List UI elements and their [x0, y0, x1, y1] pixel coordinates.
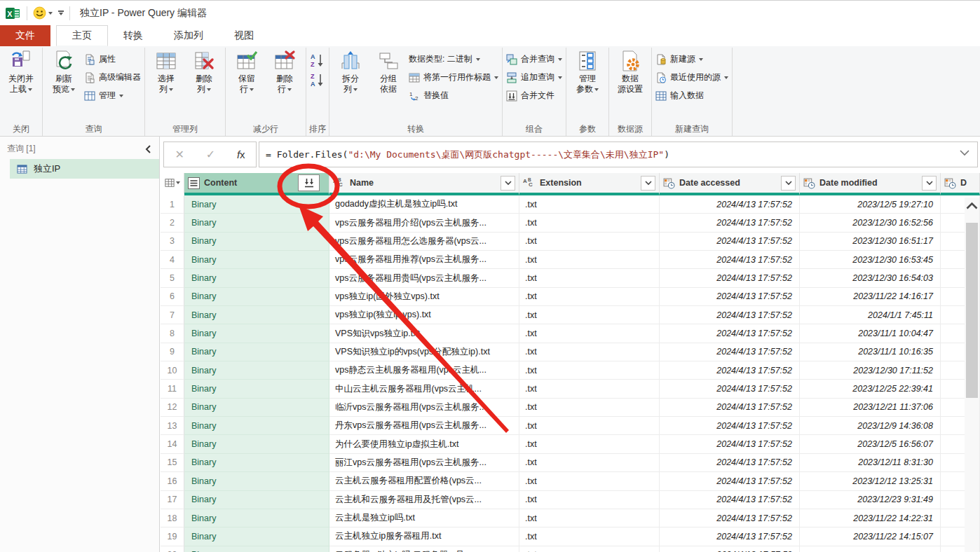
merge-queries-button[interactable]: 合并查询 — [506, 51, 562, 67]
row-number-cell[interactable]: 19 — [161, 527, 184, 546]
date-modified-cell[interactable]: 2023/12/30 17:11:52 — [800, 361, 941, 380]
customize-quick-access-toolbar-button[interactable] — [58, 11, 64, 15]
content-cell[interactable]: Binary — [184, 435, 329, 453]
row-number-cell[interactable]: 16 — [161, 472, 184, 490]
row-number-cell[interactable]: 9 — [161, 343, 184, 361]
name-cell[interactable]: godaddy虚拟主机是独立ip吗.txt — [329, 195, 519, 214]
date-accessed-filter-button[interactable] — [781, 176, 796, 191]
manage-parameters-button[interactable]: 管理 参数 — [569, 48, 606, 95]
content-cell[interactable]: Binary — [184, 288, 329, 306]
date-modified-cell[interactable]: 2023/12/5 16:56:07 — [800, 435, 941, 453]
replace-values-button[interactable]: 12 替换值 — [409, 88, 498, 104]
refresh-preview-button[interactable]: 刷新 预览 — [45, 48, 83, 95]
date-modified-cell[interactable]: 2023/11/22 14:22:31 — [800, 509, 941, 527]
extension-cell[interactable]: .txt — [519, 380, 660, 398]
content-cell[interactable]: Binary — [184, 509, 329, 527]
date-accessed-cell[interactable]: 2024/4/13 17:57:52 — [660, 288, 800, 306]
content-cell[interactable]: Binary — [184, 380, 329, 398]
content-cell[interactable]: Binary — [184, 491, 329, 509]
column-header-name[interactable]: Name — [329, 173, 519, 195]
new-source-button[interactable]: 新建源 — [655, 51, 728, 67]
column-header-date-accessed[interactable]: Date accessed — [660, 173, 800, 195]
row-number-cell[interactable]: 14 — [161, 435, 184, 453]
date-accessed-cell[interactable]: 2024/4/13 17:57:52 — [660, 454, 800, 472]
row-number-cell[interactable]: 12 — [161, 399, 184, 417]
extension-filter-button[interactable] — [641, 176, 655, 191]
extension-cell[interactable]: .txt — [519, 233, 660, 251]
extension-cell[interactable]: .txt — [519, 269, 660, 287]
content-cell[interactable]: Binary — [184, 233, 329, 251]
date-modified-cell[interactable]: 2023/12/30 16:52:56 — [800, 214, 941, 232]
date-accessed-cell[interactable]: 2024/4/13 17:57:52 — [660, 361, 800, 380]
content-cell[interactable]: Binary — [184, 454, 329, 472]
row-number-cell[interactable]: 10 — [161, 361, 184, 380]
data-type-button[interactable]: 数据类型: 二进制 — [409, 51, 498, 67]
date-modified-cell[interactable]: 2023/11/22 14:16:17 — [800, 288, 941, 306]
date-accessed-cell[interactable]: 2024/4/13 17:57:52 — [660, 546, 800, 552]
scroll-up-icon[interactable] — [965, 202, 979, 210]
date-modified-cell[interactable]: 2023/11/1 10:16:35 — [800, 343, 941, 361]
date-modified-cell[interactable]: 2023/12/30 16:54:03 — [800, 269, 941, 287]
date-accessed-cell[interactable]: 2024/4/13 17:57:52 — [660, 399, 800, 417]
content-cell[interactable]: Binary — [184, 306, 329, 324]
row-number-cell[interactable]: 11 — [161, 380, 184, 398]
append-queries-button[interactable]: 追加查询 — [506, 69, 562, 85]
extension-cell[interactable]: .txt — [519, 527, 660, 546]
column-header-date-modified[interactable]: Date modified — [800, 173, 941, 195]
date-accessed-cell[interactable]: 2024/4/13 17:57:52 — [660, 324, 800, 343]
name-cell[interactable]: vps云服务器租用怎么选服务器(vps云... — [329, 233, 519, 251]
extension-cell[interactable]: .txt — [519, 288, 660, 306]
row-number-cell[interactable]: 5 — [161, 269, 184, 287]
feedback-smiley-button[interactable] — [33, 6, 53, 20]
content-cell[interactable]: Binary — [184, 214, 329, 232]
date-accessed-cell[interactable]: 2024/4/13 17:57:52 — [660, 233, 800, 251]
name-cell[interactable]: 为什么要使用独立ip虚拟主机.txt — [329, 435, 519, 453]
date-modified-cell[interactable]: 2023/12/11 8:31:30 — [800, 454, 941, 472]
date-modified-cell[interactable]: 2023/11/1 10:04:47 — [800, 324, 941, 343]
name-cell[interactable]: 云服务器...独立ip吗 云服务器...是... — [329, 546, 519, 552]
combine-files-header-button[interactable] — [298, 174, 320, 191]
date-modified-cell[interactable]: 2023/12/23 9:31:49 — [800, 491, 941, 509]
name-cell[interactable]: 丽江vps云服务器租用(vps云主机服务... — [329, 454, 519, 472]
row-number-cell[interactable]: 2 — [161, 214, 184, 232]
choose-columns-button[interactable]: 选择 列 — [147, 48, 185, 95]
date-modified-cell[interactable]: 2023/12/9 14:36:08 — [800, 417, 941, 435]
name-cell[interactable]: 云主机云服务器租用配置价格(vps云... — [329, 472, 519, 490]
advanced-editor-button[interactable]: 高级编辑器 — [84, 69, 141, 85]
recent-sources-button[interactable]: 最近使用的源 — [655, 69, 728, 85]
name-filter-button[interactable] — [501, 176, 515, 191]
row-number-cell[interactable]: 4 — [161, 251, 184, 269]
name-cell[interactable]: VPS知识独立ip的vps(vps分配独立ip).txt — [329, 343, 519, 361]
name-cell[interactable]: 云主机独立ip服务器租用.txt — [329, 527, 519, 546]
name-cell[interactable]: 云主机是独立ip吗.txt — [329, 509, 519, 527]
name-cell[interactable]: vps云服务器租用介绍(vps云主机服务... — [329, 214, 519, 232]
content-cell[interactable]: Binary — [184, 546, 329, 552]
scrollbar-thumb[interactable] — [966, 223, 978, 398]
extension-cell[interactable]: .txt — [519, 472, 660, 490]
name-cell[interactable]: 丹东vps云服务器租用(vps云主机服务... — [329, 417, 519, 435]
row-number-cell[interactable]: 6 — [161, 288, 184, 306]
content-cell[interactable]: Binary — [184, 399, 329, 417]
group-by-button[interactable]: 分组 依据 — [369, 48, 407, 95]
enter-data-button[interactable]: 输入数据 — [655, 88, 728, 104]
remove-columns-button[interactable]: 删除 列 — [185, 48, 223, 95]
name-cell[interactable]: vps云服务器租用推荐(vps云主机服务... — [329, 251, 519, 269]
name-cell[interactable]: 临沂vps云服务器租用(vps云主机服务... — [329, 399, 519, 417]
date-accessed-cell[interactable]: 2024/4/13 17:57:52 — [660, 251, 800, 269]
date-accessed-cell[interactable]: 2024/4/13 17:57:52 — [660, 195, 800, 214]
content-cell[interactable]: Binary — [184, 472, 329, 490]
name-cell[interactable]: 中山云主机云服务器租用(vps云主机... — [329, 380, 519, 398]
extension-cell[interactable]: .txt — [519, 214, 660, 232]
date-accessed-cell[interactable]: 2024/4/13 17:57:52 — [660, 472, 800, 490]
tab-file[interactable]: 文件 — [0, 25, 50, 46]
date-accessed-cell[interactable]: 2024/4/13 17:57:52 — [660, 343, 800, 361]
row-number-cell[interactable]: 18 — [161, 509, 184, 527]
content-cell[interactable]: Binary — [184, 269, 329, 287]
tab-home[interactable]: 主页 — [56, 25, 108, 46]
extension-cell[interactable]: .txt — [519, 546, 660, 552]
date-modified-cell[interactable]: 2023/12/12 13:25:31 — [800, 472, 941, 490]
cancel-formula-icon[interactable]: ✕ — [175, 148, 184, 161]
extension-cell[interactable]: .txt — [519, 417, 660, 435]
tab-view[interactable]: 视图 — [219, 25, 269, 46]
date-modified-cell[interactable] — [800, 546, 941, 552]
